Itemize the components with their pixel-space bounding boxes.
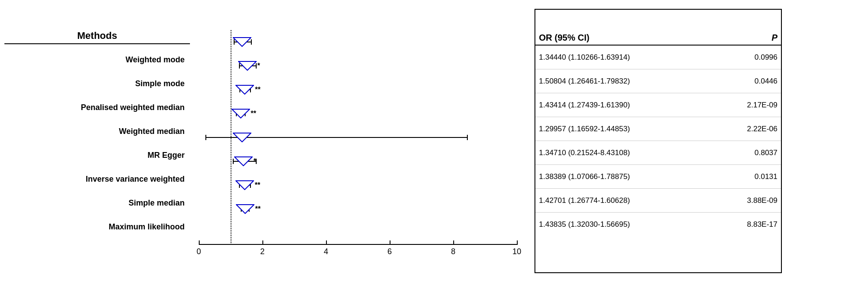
method-label-0: Weighted mode [4, 48, 190, 72]
stats-or-ci: 1.29957 (1.16592-1.44853) [539, 125, 738, 133]
stats-or-ci: 1.43835 (1.32030-1.56695) [539, 220, 738, 229]
stats-or-ci: 1.38389 (1.07066-1.78875) [539, 172, 738, 181]
x-axis [199, 244, 517, 245]
triangle-marker [235, 180, 254, 190]
or-ci-header: OR (95% CI) [539, 33, 738, 43]
method-label-5: Inverse variance weighted [4, 167, 190, 191]
methods-column: Methods Weighted modeSimple modePenalise… [4, 9, 190, 273]
stats-p-value: 0.0996 [738, 53, 777, 62]
method-label-2: Penalised weighted median [4, 95, 190, 119]
x-axis-label: 4 [324, 247, 328, 256]
p-header: P [738, 33, 777, 43]
method-label-1: Simple mode [4, 72, 190, 95]
plot-row-2: ** [199, 78, 517, 102]
method-label-4: MR Egger [4, 143, 190, 167]
x-tick [390, 240, 390, 245]
stats-or-ci: 1.43414 (1.27439-1.61390) [539, 101, 738, 110]
x-axis-label: 6 [387, 247, 392, 256]
stats-row-0: 1.34440 (1.10266-1.63914)0.0996 [535, 46, 781, 69]
stats-row-1: 1.50804 (1.26461-1.79832)0.0446 [535, 69, 781, 93]
method-label-6: Simple median [4, 191, 190, 215]
stats-or-ci: 1.50804 (1.26461-1.79832) [539, 77, 738, 86]
stats-header: OR (95% CI) P [535, 31, 781, 46]
plot-row-0 [199, 30, 517, 54]
svg-marker-7 [236, 205, 254, 213]
forest-plot: **********0246810 [190, 9, 526, 273]
x-tick [262, 240, 263, 245]
significance-stars: * [258, 62, 260, 70]
method-label-7: Maximum likelihood [4, 215, 190, 239]
plot-row-3: ** [199, 102, 517, 126]
x-tick [199, 240, 200, 245]
x-axis-label: 2 [260, 247, 265, 256]
plot-row-6: ** [199, 173, 517, 197]
stats-column: OR (95% CI) P 1.34440 (1.10266-1.63914)0… [534, 9, 782, 273]
significance-stars: ** [255, 181, 260, 189]
stats-or-ci: 1.34440 (1.10266-1.63914) [539, 53, 738, 62]
stats-p-value: 2.17E-09 [738, 101, 777, 110]
stats-or-ci: 1.42701 (1.26774-1.60628) [539, 196, 738, 205]
x-axis-label: 0 [197, 247, 201, 256]
stats-p-value: 2.22E-06 [738, 125, 777, 133]
svg-marker-5 [235, 157, 252, 166]
plot-row-1: * [199, 54, 517, 78]
triangle-marker [238, 61, 257, 71]
x-axis-label: 8 [451, 247, 455, 256]
ci-cap-right [467, 135, 468, 140]
stats-p-value: 0.0131 [738, 172, 777, 181]
triangle-marker [234, 156, 253, 166]
stats-p-value: 0.8037 [738, 149, 777, 157]
x-tick [453, 240, 454, 245]
triangle-marker [236, 204, 254, 214]
stats-p-value: 3.88E-09 [738, 196, 777, 205]
significance-stars: * [254, 157, 256, 165]
x-axis-label: 10 [512, 247, 521, 256]
method-label-3: Weighted median [4, 119, 190, 143]
methods-header: Methods [4, 30, 190, 44]
triangle-marker [233, 133, 251, 142]
stats-p-value: 0.0446 [738, 77, 777, 86]
triangle-marker [233, 37, 251, 47]
svg-marker-4 [233, 133, 251, 142]
stats-row-5: 1.38389 (1.07066-1.78875)0.0131 [535, 165, 781, 189]
svg-marker-1 [239, 61, 256, 70]
stats-row-4: 1.34710 (0.21524-8.43108)0.8037 [535, 141, 781, 165]
significance-stars: ** [255, 205, 261, 213]
svg-marker-3 [232, 109, 250, 118]
ci-cap-left [205, 135, 206, 140]
x-tick [517, 240, 518, 245]
triangle-marker [235, 85, 254, 95]
stats-row-2: 1.43414 (1.27439-1.61390)2.17E-09 [535, 93, 781, 117]
svg-marker-6 [236, 181, 254, 190]
significance-stars: ** [255, 86, 260, 94]
svg-marker-2 [236, 85, 254, 94]
stats-p-value: 8.83E-17 [738, 220, 777, 229]
plot-row-5: * [199, 149, 517, 173]
triangle-marker [231, 109, 250, 118]
plot-row-4 [199, 126, 517, 149]
stats-or-ci: 1.34710 (0.21524-8.43108) [539, 149, 738, 157]
stats-row-6: 1.42701 (1.26774-1.60628)3.88E-09 [535, 189, 781, 213]
stats-row-7: 1.43835 (1.32030-1.56695)8.83E-17 [535, 213, 781, 236]
svg-marker-0 [233, 38, 251, 46]
stats-row-3: 1.29957 (1.16592-1.44853)2.22E-06 [535, 117, 781, 141]
x-tick [326, 240, 327, 245]
significance-stars: ** [251, 110, 256, 118]
plot-row-7: ** [199, 197, 517, 221]
